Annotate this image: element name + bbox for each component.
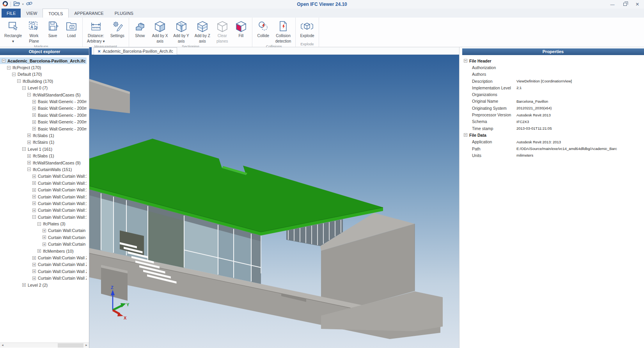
tree-row[interactable]: +Curtain Wall:Curtain Wall Zero xyxy=(0,268,87,275)
tree-row[interactable]: +Curtain Wall:Curtain Wall:1832 xyxy=(0,180,87,186)
load-button[interactable]: Load xyxy=(62,18,81,39)
document-tab[interactable]: ✕ Academic_Barcelona-Pavillon_Arch.ifc xyxy=(94,47,177,55)
expand-icon[interactable]: + xyxy=(32,209,36,212)
expand-icon[interactable]: + xyxy=(32,127,36,130)
tree-row[interactable]: −Curtain Wall:Curtain Wall:1853 xyxy=(0,214,87,220)
tree-row[interactable]: +Curtain Wall:Curtain Wall:1843 xyxy=(0,193,87,200)
expand-icon[interactable]: + xyxy=(32,100,36,104)
tree-row[interactable]: −IfcWallStandardCases (5) xyxy=(0,91,87,98)
collision-detection-button[interactable]: Collisiondetection xyxy=(273,18,294,44)
expand-icon[interactable]: + xyxy=(37,249,41,253)
add-by-y-axis-button[interactable]: Add by Yaxis xyxy=(170,18,192,44)
expand-icon[interactable]: + xyxy=(32,277,36,280)
expand-icon[interactable]: + xyxy=(27,161,31,164)
expand-icon[interactable]: + xyxy=(32,107,36,110)
tab-close-icon[interactable]: ✕ xyxy=(98,49,101,54)
tree-row[interactable]: −IfcPlates (3) xyxy=(0,220,87,227)
tree-row[interactable]: −Level 0 (7) xyxy=(0,85,87,91)
explode-button[interactable]: Explode xyxy=(297,18,317,39)
menu-tab-tools[interactable]: TOOLS xyxy=(43,9,69,18)
collapse-icon[interactable]: − xyxy=(17,79,21,83)
settings-button[interactable]: Settings xyxy=(108,18,127,39)
expand-icon[interactable]: + xyxy=(43,236,46,239)
open-file-dropdown-icon[interactable]: ▾ xyxy=(22,3,24,6)
expand-icon[interactable]: + xyxy=(27,154,31,158)
rectangle-button[interactable]: Rectangle▾ xyxy=(2,18,25,44)
expand-icon[interactable]: + xyxy=(43,243,46,246)
expand-icon[interactable]: + xyxy=(32,188,36,192)
tree-row[interactable]: +IfcStairs (1) xyxy=(0,139,87,146)
tree-row[interactable]: +Curtain Wall:Curtain Wall:1846 xyxy=(0,207,87,214)
panel-splitter[interactable] xyxy=(459,47,462,348)
collapse-icon[interactable]: − xyxy=(27,93,31,96)
distance-arbitrary-button[interactable]: Distance:Arbitrary ▾ xyxy=(84,18,108,44)
tree-row[interactable]: −IfcProject (170) xyxy=(0,64,87,71)
collapse-icon[interactable]: − xyxy=(22,147,26,151)
viewport-3d[interactable]: Z Y X xyxy=(89,55,459,348)
show-button[interactable]: Show xyxy=(131,18,149,39)
menu-tab-plugins[interactable]: PLUGINS xyxy=(109,9,139,18)
tree-row[interactable]: +Curtain Wall:Curtain Wall:1830 xyxy=(0,173,87,180)
menu-tab-view[interactable]: VIEW xyxy=(21,9,43,18)
add-by-z-axis-button[interactable]: Add by Zaxis xyxy=(192,18,213,44)
tree-row[interactable]: +IfcMembers (10) xyxy=(0,248,87,254)
tree-row[interactable]: −IfcBuilding (170) xyxy=(0,78,87,84)
horizontal-scrollbar[interactable]: ◄ ► xyxy=(0,343,89,348)
expand-icon[interactable]: + xyxy=(32,181,36,185)
tree-row[interactable]: +Curtain Wall:Curtain Wall Zero xyxy=(0,261,87,268)
tree-row[interactable]: +Basic Wall:Generic - 200mm:1 xyxy=(0,119,87,125)
collapse-icon[interactable]: − xyxy=(37,222,41,226)
expand-icon[interactable]: + xyxy=(27,141,31,144)
tree-row[interactable]: −Level 1 (161) xyxy=(0,146,87,152)
tree-row[interactable]: +Curtain Wall:Curtain Wall xyxy=(0,234,87,241)
tree-row[interactable]: +Basic Wall:Generic - 200mm:1 xyxy=(0,112,87,118)
link-icon[interactable] xyxy=(26,1,32,8)
add-by-x-axis-button[interactable]: Add by Xaxis xyxy=(149,18,171,44)
tree-row[interactable]: +Curtain Wall:Curtain Wall Zero xyxy=(0,254,87,261)
tree-row[interactable]: +IfcWallStandardCases (9) xyxy=(0,159,87,166)
tree-row[interactable]: +Curtain Wall:Curtain Wall Zero xyxy=(0,275,87,282)
tree-row[interactable]: −IfcCurtainWalls (151) xyxy=(0,166,87,173)
collapse-icon[interactable]: − xyxy=(7,66,11,70)
clear-planes-button[interactable]: Clearplanes xyxy=(213,18,232,44)
save-button[interactable]: Save xyxy=(43,18,62,39)
collapse-icon[interactable]: − xyxy=(464,133,467,137)
tree-row[interactable]: +IfcSlabs (1) xyxy=(0,132,87,139)
tree-row[interactable]: +Curtain Wall:Curtain Wall xyxy=(0,241,87,248)
open-file-button[interactable] xyxy=(13,1,20,8)
expand-icon[interactable]: + xyxy=(27,134,31,137)
tree-row[interactable]: +Curtain Wall:Curtain Wall:1839 xyxy=(0,186,87,193)
expand-icon[interactable]: + xyxy=(32,175,36,178)
expand-icon[interactable]: + xyxy=(22,283,26,287)
scrollbar-thumb[interactable] xyxy=(58,343,83,348)
collapse-icon[interactable]: − xyxy=(22,86,26,90)
tree-row[interactable]: +Basic Wall:Generic - 200mm:1 xyxy=(0,125,87,132)
scroll-left-arrow[interactable]: ◄ xyxy=(0,343,5,348)
tree-row[interactable]: +Curtain Wall:Curtain Wall:1845 xyxy=(0,200,87,207)
minimize-button[interactable]: — xyxy=(609,1,616,7)
expand-icon[interactable]: + xyxy=(32,202,36,205)
expand-icon[interactable]: + xyxy=(32,263,36,266)
tree-row[interactable]: −Default (170) xyxy=(0,71,87,78)
expand-icon[interactable]: + xyxy=(43,229,46,232)
scroll-right-arrow[interactable]: ► xyxy=(84,343,89,348)
expand-icon[interactable]: + xyxy=(32,269,36,273)
collapse-icon[interactable]: − xyxy=(464,59,467,62)
tree-row[interactable]: +IfcSlabs (1) xyxy=(0,152,87,159)
collapse-icon[interactable]: − xyxy=(2,59,5,62)
tree-row[interactable]: +Curtain Wall:Curtain Wall xyxy=(0,227,87,234)
menu-tab-file[interactable]: FILE xyxy=(2,9,21,18)
expand-icon[interactable]: + xyxy=(32,195,36,198)
tree-row[interactable]: +Level 2 (2) xyxy=(0,282,87,288)
close-button[interactable]: ✕ xyxy=(634,1,641,7)
collapse-icon[interactable]: − xyxy=(27,168,31,171)
maximize-button[interactable] xyxy=(621,1,628,7)
expand-icon[interactable]: + xyxy=(32,113,36,117)
tree-row[interactable]: +Basic Wall:Generic - 200mm:1 xyxy=(0,105,87,112)
collapse-icon[interactable]: − xyxy=(32,215,36,219)
tree-row[interactable]: +Basic Wall:Generic - 200mm:1 xyxy=(0,98,87,105)
expand-icon[interactable]: + xyxy=(32,256,36,260)
menu-tab-appearance[interactable]: APPEARANCE xyxy=(69,9,109,18)
tree-row[interactable]: −Academic_Barcelona-Pavillon_Arch.ifc xyxy=(0,57,87,64)
collapse-icon[interactable]: − xyxy=(12,73,16,76)
